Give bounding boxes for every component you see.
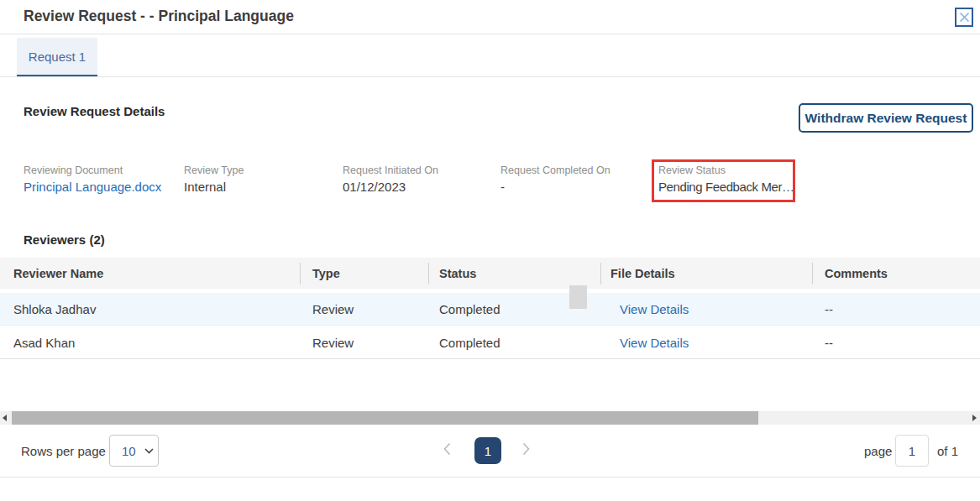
cell-status: Completed bbox=[439, 326, 500, 358]
tab-request-1[interactable]: Request 1 bbox=[17, 38, 97, 77]
field-label: Request Completed On bbox=[500, 164, 611, 176]
field-value: 01/12/2023 bbox=[343, 180, 438, 194]
field-reviewing-document: Reviewing Document Principal Language.do… bbox=[24, 164, 161, 194]
details-heading: Review Request Details bbox=[24, 104, 165, 118]
next-page-button[interactable] bbox=[522, 442, 530, 459]
cell-reviewer-name: Asad Khan bbox=[13, 326, 75, 358]
cell-comments: -- bbox=[825, 326, 833, 358]
rows-per-page-select[interactable]: 10 bbox=[109, 435, 159, 467]
table-row: Shloka Jadhav Review Completed View Deta… bbox=[0, 293, 980, 326]
column-header-reviewer-name[interactable]: Reviewer Name bbox=[13, 258, 103, 289]
close-button[interactable] bbox=[955, 8, 973, 27]
cell-comments: -- bbox=[825, 293, 833, 325]
column-header-type[interactable]: Type bbox=[312, 258, 340, 289]
column-header-comments[interactable]: Comments bbox=[825, 258, 888, 289]
rows-per-page-label: Rows per page bbox=[21, 444, 106, 458]
current-page-button[interactable]: 1 bbox=[474, 437, 501, 464]
dialog-title: Review Request - - Principal Language bbox=[24, 8, 294, 25]
field-review-type: Review Type Internal bbox=[184, 164, 244, 194]
table-header: Reviewer Name Type Status File Details C… bbox=[0, 258, 980, 289]
page-label: page bbox=[864, 444, 892, 458]
header-divider bbox=[0, 34, 980, 34]
field-request-completed-on: Request Completed On - bbox=[500, 164, 611, 194]
field-value: - bbox=[500, 180, 611, 194]
page-number-input[interactable] bbox=[895, 435, 929, 467]
withdraw-review-request-button[interactable]: Withdraw Review Request bbox=[799, 103, 973, 133]
view-details-link[interactable]: View Details bbox=[620, 293, 689, 325]
field-label: Request Initiated On bbox=[343, 164, 438, 176]
cell-reviewer-name: Shloka Jadhav bbox=[13, 293, 96, 325]
cell-type: Review bbox=[312, 326, 354, 358]
horizontal-scrollbar[interactable] bbox=[0, 411, 980, 425]
column-separator bbox=[300, 263, 301, 284]
field-review-status: Review Status Pending Feedback Mer… bbox=[658, 164, 793, 194]
tab-label: Request 1 bbox=[29, 50, 86, 64]
reviewing-document-link[interactable]: Principal Language.docx bbox=[24, 180, 161, 194]
column-header-status[interactable]: Status bbox=[439, 258, 476, 289]
field-label: Review Type bbox=[184, 164, 244, 176]
view-details-link[interactable]: View Details bbox=[620, 326, 689, 358]
chevron-right-icon bbox=[522, 442, 530, 456]
scrollbar-thumb[interactable] bbox=[12, 411, 758, 425]
review-status-value: Pending Feedback Mer… bbox=[658, 180, 793, 194]
field-request-initiated-on: Request Initiated On 01/12/2023 bbox=[343, 164, 438, 194]
scrollbar-left-arrow-icon[interactable] bbox=[3, 415, 7, 421]
cell-type: Review bbox=[312, 293, 354, 325]
chevron-left-icon bbox=[443, 442, 451, 456]
column-separator bbox=[600, 263, 601, 284]
rows-per-page-value: 10 bbox=[122, 444, 136, 458]
page-count-label: of 1 bbox=[937, 444, 958, 458]
column-separator bbox=[428, 263, 429, 284]
field-label: Review Status bbox=[658, 164, 793, 176]
review-request-dialog: Review Request - - Principal Language Re… bbox=[0, 0, 980, 501]
scrollbar-right-arrow-icon[interactable] bbox=[972, 415, 977, 421]
column-header-file-details[interactable]: File Details bbox=[611, 258, 675, 289]
cell-status: Completed bbox=[439, 293, 500, 325]
column-separator bbox=[812, 263, 813, 284]
chevron-down-icon bbox=[144, 448, 154, 454]
reviewers-heading: Reviewers (2) bbox=[24, 232, 105, 247]
bottom-divider bbox=[0, 477, 980, 478]
field-label: Reviewing Document bbox=[24, 164, 161, 176]
field-value: Internal bbox=[184, 180, 244, 194]
previous-page-button[interactable] bbox=[443, 442, 451, 459]
scroll-thumb-artifact bbox=[569, 285, 587, 309]
table-row: Asad Khan Review Completed View Details … bbox=[0, 326, 980, 359]
tabbar-divider bbox=[0, 76, 980, 77]
close-icon bbox=[959, 12, 970, 23]
